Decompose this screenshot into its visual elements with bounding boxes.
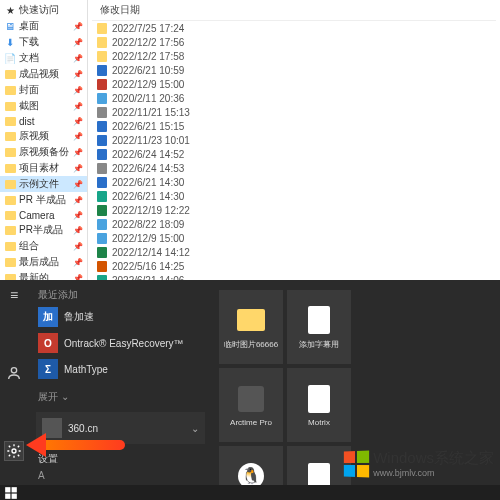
- file-row[interactable]: 2022/12/14 14:12: [92, 245, 496, 259]
- txt-icon: [96, 162, 108, 174]
- app-item[interactable]: OOntrack® EasyRecovery™: [32, 330, 209, 356]
- folder-icon: [4, 240, 16, 252]
- file-row[interactable]: 2022/12/2 17:58: [92, 49, 496, 63]
- sidebar-item[interactable]: ⬇下载📌: [0, 34, 87, 50]
- pin-icon: 📌: [73, 242, 83, 251]
- settings-icon[interactable]: [5, 442, 23, 460]
- pin-icon: 📌: [73, 258, 83, 267]
- hamburger-icon[interactable]: ≡: [5, 286, 23, 304]
- file-date: 2022/5/16 14:25: [112, 261, 184, 272]
- sidebar-item[interactable]: PR半成品📌: [0, 222, 87, 238]
- user-icon[interactable]: [5, 364, 23, 382]
- tile-label: Arctime Pro: [230, 418, 272, 427]
- file-row[interactable]: 2022/6/21 10:59: [92, 63, 496, 77]
- sidebar-item[interactable]: 🖥桌面📌: [0, 18, 87, 34]
- file-date: 2022/12/14 14:12: [112, 247, 190, 258]
- app-label: Ontrack® EasyRecovery™: [64, 338, 184, 349]
- start-left-strip: ≡: [0, 280, 28, 485]
- file-row[interactable]: 2022/8/22 18:09: [92, 217, 496, 231]
- sidebar-item-label: 项目素材: [19, 161, 59, 175]
- folder-icon: [4, 194, 16, 206]
- sidebar-item[interactable]: 原视频备份📌: [0, 144, 87, 160]
- sidebar-item[interactable]: 最后成品📌: [0, 254, 87, 270]
- folder-icon: [4, 256, 16, 268]
- folder-icon: [96, 36, 108, 48]
- folder-icon: [4, 178, 16, 190]
- file-date: 2022/6/21 14:30: [112, 177, 184, 188]
- file-row[interactable]: 2022/12/19 12:22: [92, 203, 496, 217]
- file-row[interactable]: 2022/11/23 10:01: [92, 133, 496, 147]
- svg-rect-4: [5, 493, 10, 498]
- pin-icon: 📌: [73, 164, 83, 173]
- file-row[interactable]: 2022/6/24 14:52: [92, 147, 496, 161]
- app-item[interactable]: ΣMathType: [32, 356, 209, 382]
- file-row[interactable]: 2022/6/21 14:30: [92, 175, 496, 189]
- pin-icon: 📌: [73, 22, 83, 31]
- page-icon: [304, 384, 334, 414]
- file-row[interactable]: 2022/6/21 14:30: [92, 189, 496, 203]
- file-row[interactable]: 2022/12/2 17:56: [92, 35, 496, 49]
- doc-icon: 📄: [4, 52, 16, 64]
- folder-icon: [4, 209, 16, 221]
- star-icon: ★: [4, 4, 16, 16]
- file-row[interactable]: 2022/6/24 14:53: [92, 161, 496, 175]
- img-icon: [96, 92, 108, 104]
- sidebar-item[interactable]: 组合📌: [0, 238, 87, 254]
- folder-icon: [96, 22, 108, 34]
- sidebar-item-label: 示例文件: [19, 177, 59, 191]
- expand-label[interactable]: 展开 ⌄: [32, 388, 209, 406]
- sidebar-item-label: 成品视频: [19, 67, 59, 81]
- pin-icon: 📌: [73, 211, 83, 220]
- pin-icon: 📌: [73, 180, 83, 189]
- taskbar[interactable]: [0, 485, 500, 500]
- tile-label: Motrix: [308, 418, 330, 427]
- img-icon: [96, 232, 108, 244]
- start-tile[interactable]: Motrix: [287, 368, 351, 442]
- doc-icon: [96, 134, 108, 146]
- sidebar-item[interactable]: 成品视频📌: [0, 66, 87, 82]
- column-header-date[interactable]: 修改日期: [92, 0, 496, 21]
- download-icon: ⬇: [4, 36, 16, 48]
- sidebar-item[interactable]: 示例文件📌: [0, 176, 87, 192]
- xls-icon: [96, 246, 108, 258]
- file-row[interactable]: 2022/5/16 14:25: [92, 259, 496, 273]
- file-row[interactable]: 2022/12/9 15:00: [92, 231, 496, 245]
- sidebar-item-label: 文档: [19, 51, 39, 65]
- svg-rect-5: [12, 493, 17, 498]
- windows-start-icon[interactable]: [4, 486, 18, 500]
- sidebar-item[interactable]: dist📌: [0, 114, 87, 128]
- file-date: 2022/12/9 15:00: [112, 233, 184, 244]
- sidebar-item-label: PR 半成品: [19, 193, 66, 207]
- sidebar-item[interactable]: 截图📌: [0, 98, 87, 114]
- file-row[interactable]: 2022/7/25 17:24: [92, 21, 496, 35]
- sidebar-item[interactable]: 📄文档📌: [0, 50, 87, 66]
- folder-icon: [4, 100, 16, 112]
- sidebar-item[interactable]: 原视频📌: [0, 128, 87, 144]
- pin-icon: 📌: [73, 132, 83, 141]
- sidebar-item-label: dist: [19, 116, 35, 127]
- sidebar-item-label: Camera: [19, 210, 55, 221]
- section-a-label[interactable]: A: [32, 468, 209, 483]
- sidebar-item[interactable]: PR 半成品📌: [0, 192, 87, 208]
- app-item[interactable]: 加鲁加速: [32, 304, 209, 330]
- folder-icon: [4, 68, 16, 80]
- file-row[interactable]: 2022/12/9 15:00: [92, 77, 496, 91]
- start-tile[interactable]: 临时图片66666: [219, 290, 283, 364]
- quick-access-header[interactable]: ★ 快速访问: [0, 2, 87, 18]
- sidebar-item[interactable]: 封面📌: [0, 82, 87, 98]
- folder-icon: [96, 50, 108, 62]
- file-row[interactable]: 2020/2/11 20:36: [92, 91, 496, 105]
- sidebar-item[interactable]: 项目素材📌: [0, 160, 87, 176]
- watermark: Windows系统之家 www.bjmlv.com: [343, 449, 494, 478]
- folder-icon: [4, 84, 16, 96]
- ppt-icon: [96, 260, 108, 272]
- start-tile[interactable]: Arctime Pro: [219, 368, 283, 442]
- pin-icon: 📌: [73, 226, 83, 235]
- sidebar-item[interactable]: Camera📌: [0, 208, 87, 222]
- start-tile[interactable]: 添加字幕用: [287, 290, 351, 364]
- svg-rect-3: [12, 487, 17, 492]
- file-row[interactable]: 2022/6/21 15:15: [92, 119, 496, 133]
- txt-icon: [96, 106, 108, 118]
- file-row[interactable]: 2022/11/21 15:13: [92, 105, 496, 119]
- file-date: 2022/11/23 10:01: [112, 135, 190, 146]
